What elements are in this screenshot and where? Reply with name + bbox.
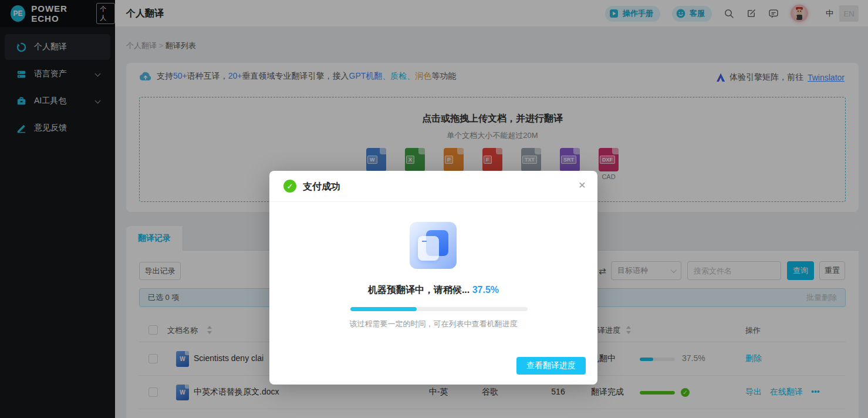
translating-illustration-icon: [410, 222, 457, 269]
modal-caption: 该过程需要一定的时间，可在列表中查看机翻进度: [269, 319, 597, 329]
screen: PE POWER ECHO 个人 个人翻译 语言资产 AI工具包 意见反馈: [0, 0, 868, 418]
view-progress-button[interactable]: 查看翻译进度: [516, 357, 586, 375]
modal-percent: 37.5%: [472, 285, 499, 295]
close-icon[interactable]: ×: [579, 178, 586, 191]
modal-title: 支付成功: [303, 181, 340, 193]
modal-progress-fill: [350, 307, 417, 311]
modal-header: ✓ 支付成功 ×: [269, 171, 597, 202]
illustration-front-square: [418, 236, 439, 261]
payment-success-modal: ✓ 支付成功 × 机器预翻译中，请稍候... 37.5% 该过程需要一定的时间，…: [269, 171, 597, 385]
success-check-icon: ✓: [283, 180, 296, 193]
modal-progress-bar: [350, 307, 528, 311]
modal-message-text: 机器预翻译中，请稍候...: [368, 285, 472, 295]
modal-message: 机器预翻译中，请稍候... 37.5%: [269, 284, 597, 296]
